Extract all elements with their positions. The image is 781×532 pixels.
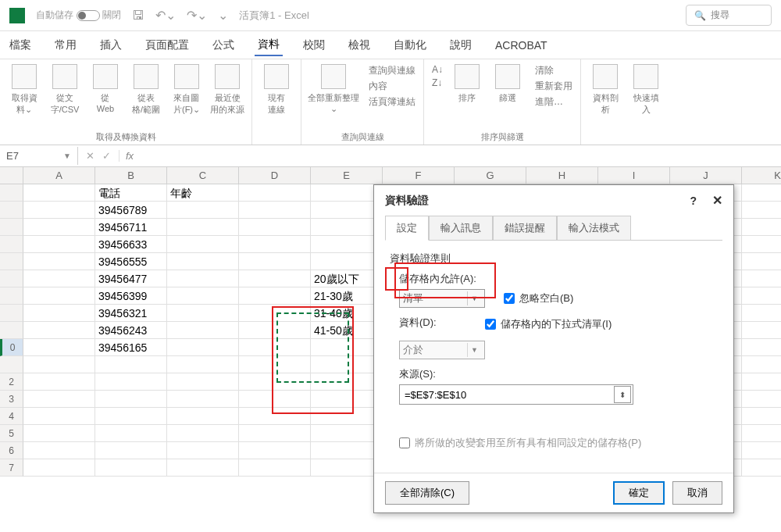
- cell[interactable]: [167, 425, 239, 442]
- cell[interactable]: 39456711: [95, 219, 167, 236]
- row-header[interactable]: 6: [0, 442, 23, 459]
- cell[interactable]: [239, 442, 311, 459]
- row-header[interactable]: 2: [0, 373, 23, 391]
- row-header[interactable]: [0, 219, 23, 236]
- cell[interactable]: [742, 202, 781, 219]
- row-header[interactable]: [0, 322, 23, 339]
- cell[interactable]: [742, 305, 781, 322]
- cell[interactable]: [167, 356, 239, 373]
- cell[interactable]: [167, 442, 239, 459]
- cell[interactable]: 41-50歲: [311, 322, 383, 339]
- tab-acrobat[interactable]: ACROBAT: [492, 36, 551, 55]
- name-box[interactable]: E7▼: [0, 147, 78, 165]
- enter-formula-icon[interactable]: ✓: [102, 150, 111, 162]
- recent-sources-button[interactable]: 最近使 用的來源: [211, 64, 244, 131]
- cell[interactable]: [95, 391, 167, 408]
- row-header[interactable]: 0: [0, 339, 23, 356]
- cell[interactable]: 39456789: [95, 202, 167, 219]
- cell[interactable]: 39456633: [95, 236, 167, 253]
- cell[interactable]: [742, 184, 781, 202]
- reapply-button[interactable]: 重新套用: [535, 80, 572, 93]
- cell[interactable]: [23, 339, 95, 356]
- cell[interactable]: [167, 408, 239, 425]
- cell[interactable]: [742, 459, 781, 477]
- cell[interactable]: 21-30歲: [311, 287, 383, 305]
- select-all-corner[interactable]: [0, 167, 23, 184]
- cell[interactable]: 39456477: [95, 270, 167, 287]
- column-header[interactable]: I: [598, 167, 670, 184]
- autosave-toggle[interactable]: [77, 10, 100, 21]
- cell[interactable]: [239, 459, 311, 477]
- cell[interactable]: [167, 287, 239, 305]
- ok-button[interactable]: 確定: [613, 481, 665, 505]
- row-header[interactable]: 5: [0, 425, 23, 442]
- dialog-tab-settings[interactable]: 設定: [385, 216, 429, 241]
- cell[interactable]: [742, 339, 781, 356]
- cell[interactable]: 39456321: [95, 305, 167, 322]
- cell[interactable]: [742, 373, 781, 391]
- cell[interactable]: [239, 339, 311, 356]
- cell[interactable]: [742, 408, 781, 425]
- cell[interactable]: [239, 356, 311, 373]
- save-icon[interactable]: 🖫: [132, 9, 144, 23]
- cell[interactable]: 31-40歲: [311, 305, 383, 322]
- cell[interactable]: 年齡: [167, 184, 239, 202]
- ignore-blank-checkbox[interactable]: 忽略空白(B): [504, 291, 573, 305]
- cell[interactable]: [95, 459, 167, 477]
- cell[interactable]: [23, 287, 95, 305]
- workbook-links-button[interactable]: 活頁簿連結: [369, 95, 415, 109]
- cell[interactable]: [239, 253, 311, 270]
- cell[interactable]: [311, 373, 383, 391]
- cell[interactable]: [311, 459, 383, 477]
- column-header[interactable]: E: [311, 167, 383, 184]
- cell[interactable]: [311, 219, 383, 236]
- cell[interactable]: [311, 184, 383, 202]
- sort-button[interactable]: 排序: [451, 64, 483, 131]
- cell[interactable]: 39456165: [95, 339, 167, 356]
- tab-page-layout[interactable]: 頁面配置: [142, 35, 192, 55]
- cell[interactable]: [167, 339, 239, 356]
- clear-all-button[interactable]: 全部清除(C): [385, 481, 469, 505]
- cell[interactable]: [239, 391, 311, 408]
- redo-icon[interactable]: ↷⌄: [187, 8, 207, 23]
- cell[interactable]: [239, 373, 311, 391]
- cell[interactable]: [239, 270, 311, 287]
- cell[interactable]: [23, 425, 95, 442]
- flash-fill-button[interactable]: 快速填入: [629, 64, 662, 143]
- cell[interactable]: [742, 442, 781, 459]
- cell[interactable]: [167, 219, 239, 236]
- from-text-csv-button[interactable]: 從文 字/CSV: [48, 64, 81, 131]
- row-header[interactable]: 7: [0, 459, 23, 477]
- cell[interactable]: [742, 391, 781, 408]
- queries-connections-button[interactable]: 查詢與連線: [369, 64, 415, 77]
- apply-all-checkbox[interactable]: 將所做的改變套用至所有具有相同設定的儲存格(P): [399, 436, 718, 450]
- column-header[interactable]: B: [95, 167, 167, 184]
- column-header[interactable]: J: [670, 167, 742, 184]
- cell[interactable]: [23, 373, 95, 391]
- cell[interactable]: [23, 356, 95, 373]
- formula-input[interactable]: [140, 153, 781, 159]
- cell[interactable]: 39456555: [95, 253, 167, 270]
- get-data-button[interactable]: 取得資 料⌄: [8, 64, 41, 131]
- row-header[interactable]: [0, 253, 23, 270]
- cell[interactable]: [167, 373, 239, 391]
- row-header[interactable]: [0, 356, 23, 373]
- cell[interactable]: [95, 373, 167, 391]
- cell[interactable]: [95, 356, 167, 373]
- row-header[interactable]: [0, 202, 23, 219]
- column-header[interactable]: D: [239, 167, 311, 184]
- cancel-formula-icon[interactable]: ✕: [86, 150, 95, 162]
- cell[interactable]: [23, 184, 95, 202]
- fx-icon[interactable]: fx: [119, 150, 140, 162]
- column-header[interactable]: C: [167, 167, 239, 184]
- cell[interactable]: [167, 253, 239, 270]
- column-header[interactable]: A: [23, 167, 95, 184]
- advanced-filter-button[interactable]: 進階…: [535, 95, 572, 109]
- cell[interactable]: [742, 236, 781, 253]
- search-input[interactable]: 🔍 搜尋: [686, 5, 772, 26]
- range-picker-button[interactable]: ⬍: [614, 386, 631, 403]
- properties-button[interactable]: 內容: [369, 80, 415, 93]
- cell[interactable]: [311, 408, 383, 425]
- cell[interactable]: [23, 219, 95, 236]
- from-picture-button[interactable]: 來自圖 片(F)⌄: [170, 64, 203, 131]
